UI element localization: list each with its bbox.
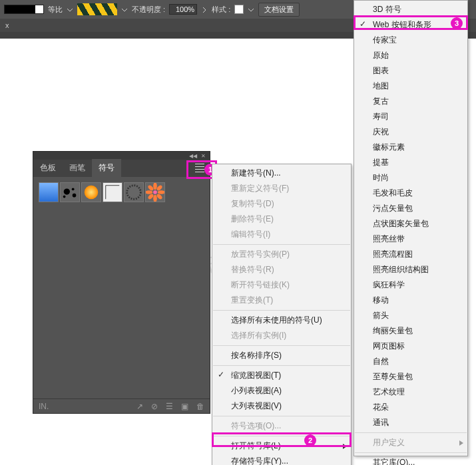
opacity-input[interactable]: 100% <box>169 4 197 15</box>
symbol-options-icon[interactable]: ☰ <box>166 402 173 411</box>
symbol-menu-item[interactable]: 选择所有未使用的符号(U) <box>212 313 351 328</box>
svg-point-5 <box>127 186 141 200</box>
submenu-arrow-icon <box>343 442 347 451</box>
chevron-down-icon[interactable] <box>121 6 128 13</box>
svg-point-8 <box>153 195 157 202</box>
break-link-icon[interactable]: ⊘ <box>151 402 158 411</box>
tab-symbols[interactable]: 符号 <box>92 159 121 177</box>
symbol-menu-item: 重新定义符号(F) <box>212 181 351 196</box>
library-menu-item[interactable]: 自然 <box>354 354 467 369</box>
annotation-badge: 3 <box>451 17 463 29</box>
new-symbol-icon[interactable]: ▣ <box>181 402 188 411</box>
library-menu-item[interactable]: 网页图标 <box>354 339 467 354</box>
library-icon[interactable]: IN. <box>39 402 49 411</box>
style-swatch[interactable] <box>234 5 244 14</box>
symbol-menu-item: 重置变换(T) <box>212 293 351 308</box>
library-menu-item[interactable]: 疯狂科学 <box>354 277 467 293</box>
library-menu-item[interactable]: 寿司 <box>354 109 467 124</box>
symbol-menu-item: 断开符号链接(K) <box>212 277 351 293</box>
library-menu-item[interactable]: 复古 <box>354 94 467 109</box>
symbol-thumb[interactable] <box>124 182 144 202</box>
library-menu-item[interactable]: 其它库(O)... <box>354 455 467 465</box>
library-menu-item[interactable]: 污点矢量包 <box>354 201 467 216</box>
library-menu-item[interactable]: 通讯 <box>354 415 467 430</box>
symbol-menu-item: 删除符号(E) <box>212 212 351 227</box>
library-menu-item[interactable]: 绚丽矢量包 <box>354 323 467 339</box>
close-tab-icon[interactable]: x <box>0 21 15 29</box>
library-menu-item[interactable]: 照亮丝带 <box>354 232 467 247</box>
stroke-preview[interactable] <box>4 5 44 14</box>
opacity-label: 不透明度 : <box>132 5 165 15</box>
library-menu-item[interactable]: 地图 <box>354 78 467 94</box>
chevron-down-icon[interactable] <box>248 6 254 13</box>
symbol-thumb[interactable] <box>39 182 59 202</box>
svg-point-12 <box>156 193 163 200</box>
chevron-down-icon[interactable] <box>67 6 73 13</box>
symbols-panel: ◀◀ ✕ 色板 画笔 符号 IN. ↗ ⊘ ☰ ▣ 🗑 <box>33 151 210 414</box>
symbol-panel-menu: 新建符号(N)...重新定义符号(F)复制符号(D)删除符号(E)编辑符号(I)… <box>212 164 352 465</box>
symbol-menu-item[interactable]: 打开符号库(L) <box>212 438 351 454</box>
symbol-library-submenu: 3D 符号Web 按钮和条形✓传家宝原始图表地图复古寿司庆祝徽标元素提基时尚毛发… <box>354 0 468 456</box>
symbol-grid <box>33 177 210 398</box>
library-menu-item[interactable]: 至尊矢量包 <box>354 369 467 385</box>
symbol-menu-item[interactable]: 小列表视图(A) <box>212 383 351 398</box>
menu-separator <box>213 365 350 366</box>
svg-point-1 <box>72 188 75 190</box>
library-menu-item[interactable]: 照亮流程图 <box>354 247 467 262</box>
annotation-badge: 2 <box>304 434 316 446</box>
delete-symbol-icon[interactable]: 🗑 <box>196 402 204 411</box>
library-menu-item[interactable]: 提基 <box>354 155 467 170</box>
library-menu-item[interactable]: 花朵 <box>354 400 467 415</box>
symbol-thumb[interactable] <box>81 182 101 202</box>
symbol-menu-item: 编辑符号(I) <box>212 227 351 242</box>
menu-separator <box>213 436 350 436</box>
svg-point-14 <box>147 193 154 200</box>
library-menu-item[interactable]: 箭头 <box>354 308 467 323</box>
library-menu-item[interactable]: 徽标元素 <box>354 140 467 155</box>
svg-point-7 <box>153 183 157 190</box>
library-menu-item[interactable]: 传家宝 <box>354 33 467 48</box>
symbol-menu-item[interactable]: 缩览图视图(T)✓ <box>212 368 351 383</box>
menu-separator <box>213 416 350 416</box>
brush-pattern-preview[interactable] <box>77 3 117 15</box>
menu-separator <box>213 345 350 346</box>
library-menu-item[interactable]: 点状图案矢量包 <box>354 216 467 232</box>
tab-brushes[interactable]: 画笔 <box>63 159 92 177</box>
symbol-thumb[interactable] <box>145 182 165 202</box>
svg-point-13 <box>156 184 163 192</box>
menu-separator <box>213 310 350 311</box>
library-menu-item[interactable]: 照亮组织结构图 <box>354 262 467 277</box>
svg-point-10 <box>158 190 164 194</box>
symbol-menu-item[interactable]: 存储符号库(Y)... <box>212 454 351 465</box>
svg-point-6 <box>153 190 157 194</box>
symbol-menu-item: 放置符号实例(P) <box>212 247 351 262</box>
library-menu-item[interactable]: 庆祝 <box>354 124 467 140</box>
collapse-icon[interactable]: ◀◀ <box>189 153 197 159</box>
library-menu-item[interactable]: 艺术纹理 <box>354 385 467 400</box>
symbol-thumb[interactable] <box>60 182 80 202</box>
menu-separator <box>213 244 350 245</box>
document-settings-button[interactable]: 文档设置 <box>258 3 300 17</box>
check-icon: ✓ <box>218 370 224 379</box>
close-panel-icon[interactable]: ✕ <box>201 153 206 159</box>
symbol-thumb[interactable] <box>103 182 122 202</box>
ratio-label: 等比 <box>48 5 63 15</box>
tab-swatches[interactable]: 色板 <box>33 159 63 177</box>
place-symbol-icon[interactable]: ↗ <box>136 402 143 411</box>
library-menu-item[interactable]: 毛发和毛皮 <box>354 186 467 201</box>
menu-separator <box>355 432 467 433</box>
symbol-menu-item[interactable]: 大列表视图(V) <box>212 398 351 414</box>
svg-point-2 <box>73 194 77 198</box>
chevron-right-icon[interactable] <box>201 6 208 13</box>
symbol-menu-item[interactable]: 按名称排序(S) <box>212 348 351 363</box>
library-menu-item[interactable]: 原始 <box>354 48 467 63</box>
panel-footer: IN. ↗ ⊘ ☰ ▣ 🗑 <box>33 398 210 413</box>
library-menu-item[interactable]: 图表 <box>354 63 467 78</box>
library-menu-item[interactable]: 移动 <box>354 293 467 308</box>
submenu-arrow-icon <box>459 438 463 448</box>
symbol-menu-item[interactable]: 新建符号(N)... <box>212 166 351 181</box>
symbol-menu-item: 复制符号(D) <box>212 196 351 212</box>
svg-point-11 <box>147 184 154 192</box>
library-menu-item[interactable]: 时尚 <box>354 170 467 186</box>
library-menu-item[interactable]: 3D 符号 <box>354 2 467 17</box>
